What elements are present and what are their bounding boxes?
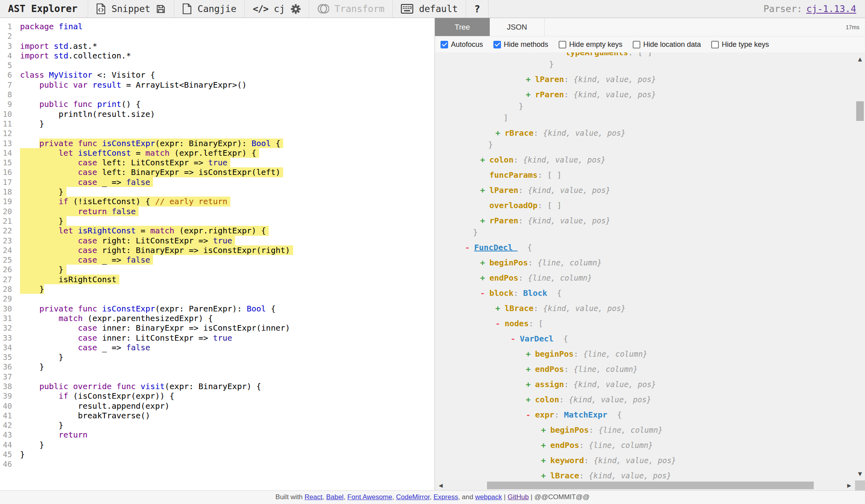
tree-node-row[interactable]: -FuncDecl { (435, 243, 676, 252)
collapse-icon[interactable]: - (465, 243, 474, 252)
footer-link[interactable]: Babel (326, 493, 343, 501)
expand-icon[interactable]: + (526, 380, 535, 389)
expand-icon[interactable]: + (541, 440, 550, 450)
footer-link[interactable]: Express (434, 493, 458, 501)
category-button[interactable]: Cangjie (197, 4, 236, 14)
line-number: 32 (0, 323, 12, 333)
tree-node-row[interactable]: -expr: MatchExpr { (435, 410, 676, 420)
parser-version-link[interactable]: cj-1.13.4 (806, 4, 856, 14)
line-number: 28 (0, 284, 12, 294)
line-number: 2 (0, 31, 12, 41)
expand-icon[interactable]: + (480, 258, 489, 267)
help-button[interactable]: ? (474, 3, 480, 15)
collapse-icon[interactable]: - (526, 410, 535, 420)
tree-node-row[interactable]: +beginPos: {line, column} (435, 258, 676, 267)
code-text: class MyVisitor <: Visitor { (12, 70, 155, 80)
tree-node-row[interactable]: -block: Block { (435, 288, 676, 298)
tab-json[interactable]: JSON (490, 18, 545, 36)
checkbox-icon[interactable] (633, 41, 640, 48)
tree-value-preview: {kind, value, pos} (589, 471, 671, 480)
tree-node-row[interactable]: +lBrace: {kind, value, pos} (435, 303, 676, 313)
tree-node-row[interactable]: -nodes: [ (435, 319, 676, 328)
scroll-right-icon[interactable]: ▶ (844, 480, 854, 490)
footer-link[interactable]: React (305, 493, 322, 501)
option-autofocus[interactable]: Autofocus (441, 40, 483, 49)
expand-icon[interactable]: + (526, 395, 535, 404)
collapse-icon[interactable]: - (495, 319, 505, 328)
expand-icon[interactable]: + (480, 155, 489, 165)
expand-icon[interactable]: + (495, 303, 505, 313)
line-number: 45 (0, 450, 12, 459)
node-type-link[interactable]: VarDecl (520, 334, 553, 343)
expand-icon[interactable]: + (480, 216, 489, 225)
expand-icon[interactable]: + (526, 349, 535, 359)
tree-node-row[interactable]: +colon: {kind, value, pos} (435, 155, 676, 165)
tree-value-preview: {line, column} (537, 258, 601, 267)
tree-node-row[interactable]: +rParen: {kind, value, pos} (435, 216, 676, 225)
option-hide-methods[interactable]: Hide methods (493, 40, 548, 49)
scroll-up-icon[interactable]: ▲ (855, 54, 865, 64)
expand-icon[interactable]: + (541, 471, 550, 480)
expand-icon[interactable]: + (526, 364, 535, 374)
horizontal-scrollbar-thumb[interactable] (487, 482, 814, 489)
tree-key: rBrace (505, 128, 533, 138)
toggle-off-icon[interactable] (317, 3, 329, 14)
tree-node-row[interactable]: +beginPos: {line, column} (435, 349, 676, 359)
tree-node-row[interactable]: +endPos: {line, column} (435, 273, 676, 283)
option-hide-location-data[interactable]: Hide location data (633, 40, 701, 49)
expand-icon[interactable]: + (495, 128, 505, 138)
expand-icon[interactable]: + (526, 90, 535, 99)
scroll-down-icon[interactable]: ▼ (855, 469, 865, 479)
checkbox-icon[interactable] (493, 41, 501, 48)
code-editor[interactable]: 1package final23import std.ast.*4import … (0, 18, 435, 490)
tree-open-bracket: [ (538, 319, 543, 328)
horizontal-scrollbar[interactable]: ◀ ▶ (435, 480, 865, 490)
vertical-scrollbar[interactable]: ▲ ▼ (855, 52, 865, 480)
checkbox-icon[interactable] (711, 41, 719, 48)
collapse-icon[interactable]: - (511, 334, 520, 343)
collapse-icon[interactable]: - (480, 288, 489, 298)
expand-icon[interactable]: + (526, 74, 535, 84)
option-hide-type-keys[interactable]: Hide type keys (711, 40, 769, 49)
expand-icon[interactable]: + (541, 456, 550, 465)
option-hide-empty-keys[interactable]: Hide empty keys (559, 40, 622, 49)
snippet-button[interactable]: Snippet (111, 4, 150, 14)
tree-node-row[interactable]: +endPos: {line, column} (435, 440, 676, 450)
node-type-link[interactable]: FuncDecl (474, 243, 517, 252)
node-type-link[interactable]: MatchExpr (564, 410, 607, 420)
tree-node-row[interactable]: +rBrace: {kind, value, pos} (435, 128, 676, 138)
footer-link[interactable]: webpack (475, 493, 502, 501)
keymap-button[interactable]: default (419, 4, 458, 14)
tree-node-row[interactable]: +lParen: {kind, value, pos} (435, 74, 676, 84)
expand-icon[interactable]: + (541, 425, 550, 435)
expand-icon[interactable]: + (480, 185, 489, 195)
tree-node-row[interactable]: +keyword: {kind, value, pos} (435, 456, 676, 465)
scroll-left-icon[interactable]: ◀ (436, 480, 446, 490)
line-number: 19 (0, 197, 12, 206)
tree-value-preview: {line, column} (528, 273, 592, 282)
tree-node-row[interactable]: +beginPos: {line, column} (435, 425, 676, 435)
footer-link[interactable]: GitHub (507, 493, 529, 501)
option-label: Hide methods (504, 40, 548, 49)
language-button[interactable]: cj (274, 4, 285, 14)
checkbox-icon[interactable] (441, 41, 448, 48)
node-type-link[interactable]: Block (523, 288, 547, 298)
tree-node-row[interactable]: +lParen: {kind, value, pos} (435, 185, 676, 195)
vertical-scrollbar-thumb[interactable] (856, 101, 864, 121)
tree-node-row[interactable]: +endPos: {line, column} (435, 364, 676, 374)
tab-tree[interactable]: Tree (435, 18, 490, 36)
tree-body: typeArguments: [ ]}+lParen: {kind, value… (435, 52, 865, 480)
gear-icon[interactable] (291, 4, 301, 14)
tree-node-row[interactable]: +colon: {kind, value, pos} (435, 395, 676, 404)
footer-link[interactable]: Font Awesome (347, 493, 392, 501)
tree-node-row[interactable]: -VarDecl { (435, 334, 676, 343)
line-number: 42 (0, 420, 12, 430)
tree-node-row[interactable]: +assign: {kind, value, pos} (435, 380, 676, 389)
tree-node-row[interactable]: +lBrace: {kind, value, pos} (435, 471, 676, 480)
save-icon[interactable] (156, 4, 166, 14)
footer-link[interactable]: CodeMirror (396, 493, 430, 501)
expand-icon[interactable]: + (480, 273, 489, 283)
transform-button[interactable]: Transform (335, 4, 385, 14)
tree-node-row[interactable]: +rParen: {kind, value, pos} (435, 90, 676, 99)
checkbox-icon[interactable] (559, 41, 566, 48)
